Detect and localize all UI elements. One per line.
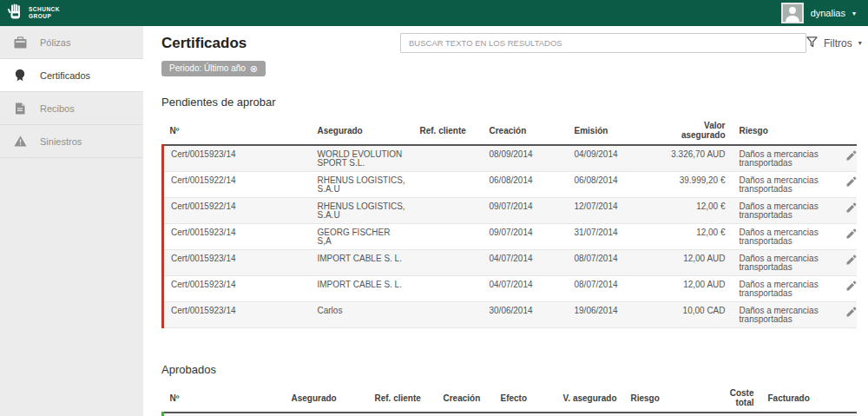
cell-riesgo: Daños a mercancias transportadas <box>733 224 832 250</box>
main-content: Certificados Filtros ▾ Periodo: Último a… <box>143 26 868 416</box>
sidebar-item-recibos[interactable]: Recibos <box>0 92 143 125</box>
column-header: Valor asegurado <box>654 116 733 145</box>
cell-asegurado: WORLD EVOLUTION SPORT S.L. <box>285 413 368 416</box>
cell-valor: 12,00 € <box>654 224 733 250</box>
cell-asegurado: RHENUS LOGISTICS, S.A.U <box>311 198 413 224</box>
cell-asegurado: IMPORT CABLE S. L. <box>311 276 413 302</box>
cell-asegurado: Carlos <box>311 302 413 328</box>
cell-creacion: 09/07/2014 <box>483 198 568 224</box>
edit-button[interactable] <box>846 281 857 291</box>
cell-num: Cert/0015923/14 <box>163 145 311 172</box>
row-actions <box>832 198 857 224</box>
table-row: Cert/0015923/14IMPORT CABLE S. L.04/07/2… <box>163 250 857 276</box>
funnel-icon <box>806 36 818 50</box>
row-actions <box>832 145 857 172</box>
approved-table: NºAseguradoRef. clienteCreaciónEfectoV. … <box>161 383 857 416</box>
cell-num: Cert/0015923/14 <box>163 302 311 328</box>
cell-emision: 31/07/2014 <box>568 224 654 250</box>
cell-valor: 12,00 AUD <box>654 250 733 276</box>
warning-icon <box>13 135 27 147</box>
cell-riesgo: Daños a mercancias transportadas <box>733 250 832 276</box>
cell-riesgo: Daños a mercancias transportadas <box>733 276 832 302</box>
cell-creacion: 04/07/2014 <box>483 276 568 302</box>
table-row: Cert/0015923/14Carlos30/06/201419/06/201… <box>163 302 857 328</box>
cell-emision: 04/09/2014 <box>568 145 654 172</box>
edit-button[interactable] <box>846 150 857 161</box>
cell-riesgo: Daños a mercancias transportadas <box>733 145 832 172</box>
cell-num: Cert/0015922/14 <box>163 198 311 224</box>
cell-ref: 301312792 <box>368 413 437 416</box>
cell-asegurado: GEORG FISCHER S,A <box>311 224 413 250</box>
actions-column-header <box>832 116 857 145</box>
filters-dropdown[interactable]: Filtros ▾ <box>806 36 862 50</box>
cell-valor: 10,00 CAD <box>654 302 733 328</box>
page: SCHUNCK GROUP dynalias ▾ <box>0 0 868 416</box>
cell-valor: 12,00 AUD <box>654 276 733 302</box>
column-header: Creación <box>437 383 494 413</box>
sidebar-item-label: Recibos <box>40 103 75 114</box>
chip-close-icon[interactable]: ⊗ <box>250 64 258 73</box>
cell-emision: 08/07/2014 <box>568 276 654 302</box>
sidebar-item-label: Certificados <box>40 70 90 81</box>
edit-button[interactable] <box>846 176 857 187</box>
cell-asegurado: IMPORT CABLE S. L. <box>311 250 413 276</box>
period-filter-chip[interactable]: Periodo: Último año ⊗ <box>161 61 266 76</box>
row-actions <box>832 250 857 276</box>
column-header: Riesgo <box>733 116 832 145</box>
row-actions <box>832 224 857 250</box>
approved-table-body: 2014/03400015/002155WORLD EVOLUTION SPOR… <box>163 413 857 416</box>
cell-riesgo: Daños a mercancias transportadas <box>733 172 832 198</box>
approved-header-row: NºAseguradoRef. clienteCreaciónEfectoV. … <box>163 383 857 413</box>
chip-label: Periodo: Último año <box>169 63 246 73</box>
column-header: Coste total <box>716 383 761 413</box>
cell-emision: 12/07/2014 <box>568 198 654 224</box>
edit-button[interactable] <box>846 254 857 265</box>
column-header: Efecto <box>494 383 548 413</box>
avatar <box>781 3 804 23</box>
edit-button[interactable] <box>846 228 857 239</box>
brand-line2: GROUP <box>29 13 60 20</box>
edit-button[interactable] <box>846 307 857 317</box>
sidebar: Pólizas Certificados <box>0 26 143 416</box>
cell-coste: 94,84 € <box>716 413 761 416</box>
row-actions <box>805 413 857 416</box>
cell-valor: 12,00 € <box>654 198 733 224</box>
topbar: SCHUNCK GROUP dynalias ▾ <box>0 0 868 26</box>
cell-emision: 06/08/2014 <box>568 172 654 198</box>
cell-num: Cert/0015922/14 <box>163 172 311 198</box>
page-title: Certificados <box>161 35 400 52</box>
chevron-down-icon: ▾ <box>858 39 862 47</box>
column-header: V. asegurado <box>548 383 624 413</box>
cell-riesgo: Daños a mercancias transportadas <box>733 198 832 224</box>
cell-ref <box>413 172 483 198</box>
approved-section: Aprobados NºAseguradoRef. clienteCreació… <box>161 363 855 416</box>
cell-facturado: SI <box>761 413 805 416</box>
sidebar-item-polizas[interactable]: Pólizas <box>0 26 143 59</box>
sidebar-item-certificados[interactable]: Certificados <box>0 59 143 92</box>
edit-button[interactable] <box>846 202 857 213</box>
brand-logo: SCHUNCK GROUP <box>7 3 60 24</box>
cell-emision: 19/06/2014 <box>568 302 654 328</box>
search-input[interactable] <box>400 33 806 53</box>
column-header: Ref. cliente <box>368 383 437 413</box>
cell-emision: 08/07/2014 <box>568 250 654 276</box>
cell-ref <box>413 302 483 328</box>
pending-section-title: Pendientes de aprobar <box>161 96 855 109</box>
table-row: Cert/0015923/14GEORG FISCHER S,A09/07/20… <box>163 224 857 250</box>
user-name: dynalias <box>811 8 845 18</box>
cell-creacion: 04/07/2014 <box>483 250 568 276</box>
sidebar-item-siniestros[interactable]: Siniestros <box>0 125 143 158</box>
user-menu[interactable]: dynalias ▾ <box>781 3 856 23</box>
cell-ref <box>413 224 483 250</box>
certificate-icon <box>13 69 27 82</box>
column-header: Facturado <box>761 383 805 413</box>
pending-table-body: Cert/0015923/14WORLD EVOLUTION SPORT S.L… <box>163 145 857 328</box>
table-row: 2014/03400015/002155WORLD EVOLUTION SPOR… <box>163 413 857 416</box>
cell-num: Cert/0015923/14 <box>163 224 311 250</box>
cell-riesgo: Daños a mercancias transportadas <box>624 413 716 416</box>
cell-valor: 39.999,20 € <box>654 172 733 198</box>
table-row: Cert/0015923/14IMPORT CABLE S. L.04/07/2… <box>163 276 857 302</box>
cell-efecto: 02/03/2014 <box>494 413 548 416</box>
row-actions <box>832 302 857 328</box>
pending-table: NºAseguradoRef. clienteCreaciónEmisiónVa… <box>161 116 857 328</box>
